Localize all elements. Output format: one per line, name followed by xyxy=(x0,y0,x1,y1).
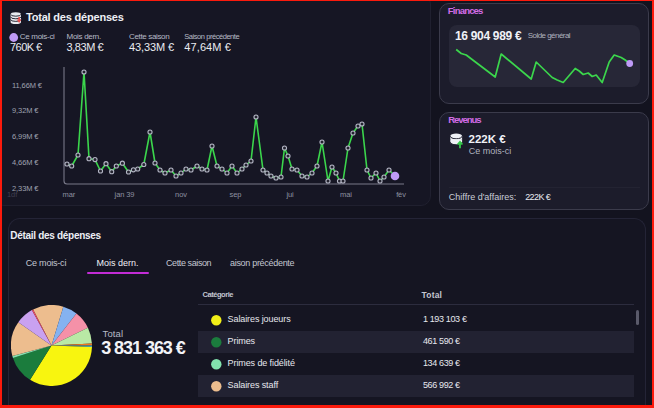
svg-text:sep: sep xyxy=(230,190,242,199)
svg-text:jui: jui xyxy=(285,190,294,199)
svg-text:mai: mai xyxy=(340,190,352,199)
svg-text:fév: fév xyxy=(396,190,406,199)
svg-text:9,32M €: 9,32M € xyxy=(12,106,39,115)
svg-text:nov: nov xyxy=(175,190,187,199)
svg-text:mar: mar xyxy=(62,190,75,199)
svg-text:4,66M €: 4,66M € xyxy=(12,158,39,167)
svg-text:11,66M €: 11,66M € xyxy=(12,81,43,90)
svg-text:jan 39: jan 39 xyxy=(114,190,135,199)
svg-text:1df: 1df xyxy=(7,190,18,199)
svg-text:6,99M €: 6,99M € xyxy=(12,132,39,141)
